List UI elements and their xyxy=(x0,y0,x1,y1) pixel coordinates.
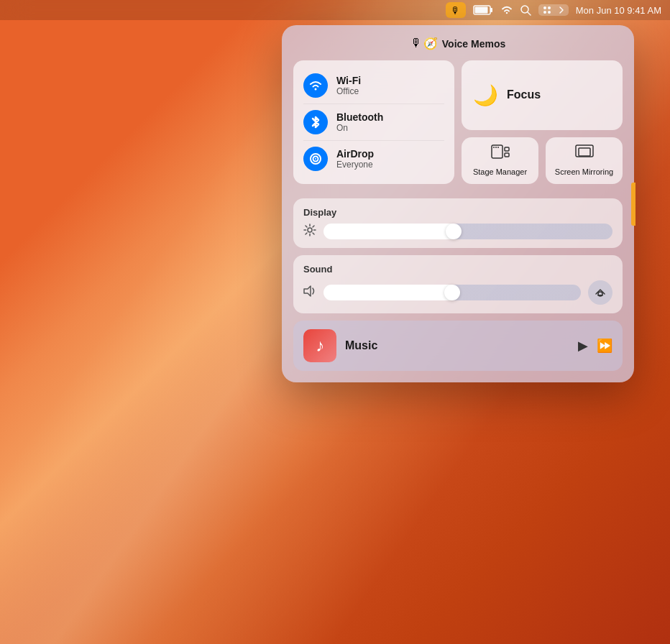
svg-line-29 xyxy=(306,233,307,234)
bluetooth-name: Bluetooth xyxy=(336,111,383,123)
airdrop-icon-circle xyxy=(303,147,328,171)
search-icon[interactable] xyxy=(520,5,531,16)
display-label: Display xyxy=(303,207,612,218)
control-center-panel: 🎙 🧭 Voice Memos Wi-Fi Office xyxy=(282,25,634,382)
menubar: 🎙 xyxy=(0,0,670,20)
svg-line-26 xyxy=(306,226,307,227)
focus-icon: 🌙 xyxy=(473,83,498,107)
svg-point-18 xyxy=(497,147,499,148)
play-button[interactable]: ▶ xyxy=(578,338,588,354)
music-section: ♪ Music ▶ ⏩ xyxy=(293,321,623,371)
svg-point-6 xyxy=(548,6,551,9)
bluetooth-text: Bluetooth On xyxy=(336,111,383,133)
screen-mirroring-label: Screen Mirroring xyxy=(555,167,613,177)
svg-marker-30 xyxy=(304,286,311,296)
mic-button[interactable]: 🎙 xyxy=(446,2,466,18)
volume-slider[interactable] xyxy=(323,285,581,300)
wifi-icon xyxy=(500,5,513,15)
music-controls: ▶ ⏩ xyxy=(578,338,612,354)
display-section: Display xyxy=(293,198,623,248)
airdrop-item[interactable]: AirDrop Everyone xyxy=(303,141,444,177)
panel-topbar: 🎙 🧭 Voice Memos xyxy=(293,37,623,50)
bluetooth-item[interactable]: Bluetooth On xyxy=(303,104,444,141)
menubar-clock: Mon Jun 10 9:41 AM xyxy=(576,5,661,16)
bluetooth-icon-circle xyxy=(303,110,328,134)
wifi-name: Wi-Fi xyxy=(336,75,361,86)
svg-point-12 xyxy=(315,158,316,160)
svg-point-8 xyxy=(548,11,551,14)
volume-icon xyxy=(303,285,316,300)
skip-forward-button[interactable]: ⏩ xyxy=(597,338,612,354)
svg-rect-14 xyxy=(505,147,509,151)
wifi-icon-circle xyxy=(303,73,328,98)
brightness-slider-row xyxy=(303,224,612,239)
airplay-button[interactable] xyxy=(588,280,612,305)
svg-line-27 xyxy=(313,233,314,234)
svg-point-7 xyxy=(543,11,546,14)
music-title: Music xyxy=(345,339,569,352)
stage-manager-label: Stage Manager xyxy=(473,167,527,177)
battery-icon xyxy=(473,5,493,15)
svg-point-16 xyxy=(493,147,495,148)
screen-mirroring-icon xyxy=(575,144,594,165)
orange-accent xyxy=(631,183,635,226)
svg-point-17 xyxy=(495,147,497,148)
airdrop-text: AirDrop Everyone xyxy=(336,148,374,170)
airdrop-name: AirDrop xyxy=(336,148,374,160)
connectivity-block: Wi-Fi Office Bluetooth On xyxy=(293,60,454,184)
svg-rect-2 xyxy=(474,7,487,14)
svg-rect-1 xyxy=(490,8,492,12)
stage-manager-block[interactable]: Stage Manager xyxy=(462,137,538,184)
sound-section: Sound xyxy=(293,255,623,313)
airdrop-status: Everyone xyxy=(336,160,374,170)
right-blocks: 🌙 Focus Stag xyxy=(462,60,623,184)
sound-label: Sound xyxy=(303,264,612,275)
control-center-button[interactable] xyxy=(538,4,569,16)
wifi-status: Office xyxy=(336,86,361,96)
wifi-text: Wi-Fi Office xyxy=(336,75,361,96)
svg-point-21 xyxy=(308,228,312,232)
volume-thumb[interactable] xyxy=(444,285,460,300)
screen-mirroring-block[interactable]: Screen Mirroring xyxy=(546,137,623,184)
main-grid: Wi-Fi Office Bluetooth On xyxy=(293,60,623,191)
brightness-icon xyxy=(303,224,316,239)
svg-point-9 xyxy=(315,88,317,91)
focus-block[interactable]: 🌙 Focus xyxy=(462,60,623,130)
brightness-thumb[interactable] xyxy=(446,224,462,239)
brightness-slider[interactable] xyxy=(323,224,612,239)
svg-line-28 xyxy=(313,226,314,227)
stage-manager-icon xyxy=(491,144,510,165)
music-artwork: ♪ xyxy=(303,329,336,362)
bluetooth-status: On xyxy=(336,123,383,133)
wifi-item[interactable]: Wi-Fi Office xyxy=(303,68,444,104)
bottom-right-blocks: Stage Manager Screen Mirroring xyxy=(462,137,623,184)
svg-line-4 xyxy=(528,12,531,15)
svg-rect-20 xyxy=(579,148,590,156)
svg-point-5 xyxy=(543,6,546,9)
volume-slider-row xyxy=(303,280,612,305)
panel-title: Voice Memos xyxy=(442,38,505,50)
focus-label: Focus xyxy=(507,88,541,101)
svg-rect-15 xyxy=(505,153,509,157)
